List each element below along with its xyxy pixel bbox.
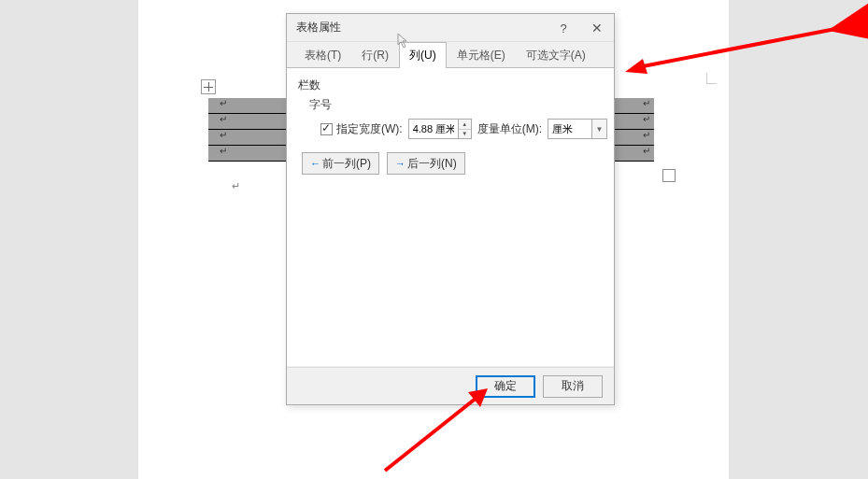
table-resize-handle[interactable] <box>662 169 676 182</box>
next-column-button[interactable]: → 后一列(N) <box>387 152 465 175</box>
column-nav-buttons: ← 前一列(P) → 后一列(N) <box>302 152 603 175</box>
tab-strip: 表格(T) 行(R) 列(U) 单元格(E) 可选文字(A) <box>287 42 614 68</box>
column-tab-panel: 栏数 字号 指定宽度(W): ▲ ▼ 度量单位(M): 厘米 ▼ <box>287 67 614 366</box>
chevron-down-icon: ▼ <box>596 125 604 134</box>
specify-width-label: 指定宽度(W): <box>336 121 403 137</box>
group-label: 栏数 <box>298 77 603 93</box>
tab-table[interactable]: 表格(T) <box>294 42 351 68</box>
table-properties-dialog: 表格属性 ? ✕ 表格(T) 行(R) 列(U) 单元格(E) 可选文字(A) … <box>286 13 615 405</box>
width-input[interactable] <box>408 119 459 139</box>
width-spinner: ▲ ▼ <box>408 119 472 139</box>
close-button[interactable]: ✕ <box>580 14 614 42</box>
dropdown-toggle-button[interactable]: ▼ <box>592 119 607 139</box>
page-corner-marker <box>706 73 723 90</box>
sub-label: 字号 <box>309 97 603 113</box>
specify-width-checkbox[interactable] <box>320 123 333 135</box>
spinner-up-button[interactable]: ▲ <box>459 120 471 130</box>
table-move-handle[interactable] <box>201 79 216 94</box>
width-row: 指定宽度(W): ▲ ▼ 度量单位(M): 厘米 ▼ <box>320 119 603 139</box>
cancel-button[interactable]: 取消 <box>543 375 603 398</box>
measure-unit-dropdown[interactable]: 厘米 ▼ <box>548 119 607 139</box>
arrow-left-icon: ← <box>310 158 320 169</box>
specify-width-checkbox-wrap[interactable]: 指定宽度(W): <box>320 121 403 137</box>
previous-column-button[interactable]: ← 前一列(P) <box>302 152 379 175</box>
dialog-titlebar[interactable]: 表格属性 ? ✕ <box>287 14 614 42</box>
tab-alttext[interactable]: 可选文字(A) <box>516 42 596 68</box>
tab-row[interactable]: 行(R) <box>351 42 399 68</box>
next-column-label: 后一列(N) <box>407 156 457 172</box>
measure-unit-value: 厘米 <box>548 119 592 139</box>
prev-column-label: 前一列(P) <box>322 156 371 172</box>
tab-column[interactable]: 列(U) <box>399 42 447 68</box>
paragraph-mark: ↵ <box>232 180 240 192</box>
dialog-footer: 确定 取消 <box>287 367 614 404</box>
tab-cell[interactable]: 单元格(E) <box>447 42 516 68</box>
dialog-title: 表格属性 <box>296 20 341 35</box>
arrow-right-icon: → <box>395 158 406 169</box>
measure-unit-label: 度量单位(M): <box>477 121 542 137</box>
help-button[interactable]: ? <box>547 14 580 42</box>
ok-button[interactable]: 确定 <box>476 375 535 398</box>
spinner-buttons: ▲ ▼ <box>459 119 472 139</box>
spinner-down-button[interactable]: ▼ <box>459 130 471 139</box>
